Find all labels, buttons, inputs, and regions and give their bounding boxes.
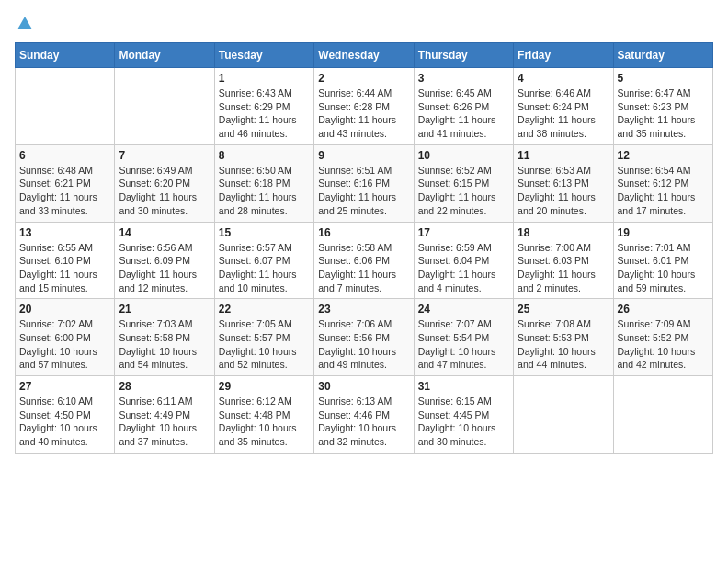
calendar-cell: 2Sunrise: 6:44 AM Sunset: 6:28 PM Daylig… bbox=[314, 68, 414, 145]
day-number: 17 bbox=[418, 226, 509, 239]
calendar-week-2: 6Sunrise: 6:48 AM Sunset: 6:21 PM Daylig… bbox=[16, 144, 713, 222]
calendar-cell: 30Sunrise: 6:13 AM Sunset: 4:46 PM Dayli… bbox=[314, 376, 414, 454]
day-number: 5 bbox=[618, 72, 709, 85]
day-number: 27 bbox=[19, 380, 110, 393]
day-info: Sunrise: 7:08 AM Sunset: 5:53 PM Dayligh… bbox=[518, 317, 609, 372]
calendar-week-3: 13Sunrise: 6:55 AM Sunset: 6:10 PM Dayli… bbox=[16, 222, 713, 299]
calendar-cell: 16Sunrise: 6:58 AM Sunset: 6:06 PM Dayli… bbox=[314, 222, 414, 299]
header-cell-monday: Monday bbox=[115, 43, 214, 68]
calendar-cell: 18Sunrise: 7:00 AM Sunset: 6:03 PM Dayli… bbox=[514, 222, 613, 299]
calendar-cell: 1Sunrise: 6:43 AM Sunset: 6:29 PM Daylig… bbox=[214, 68, 313, 145]
calendar-week-4: 20Sunrise: 7:02 AM Sunset: 6:00 PM Dayli… bbox=[16, 299, 713, 376]
day-info: Sunrise: 6:51 AM Sunset: 6:16 PM Dayligh… bbox=[318, 164, 409, 218]
day-number: 31 bbox=[418, 380, 509, 393]
day-number: 10 bbox=[418, 149, 509, 162]
day-number: 12 bbox=[618, 149, 709, 162]
calendar-cell: 10Sunrise: 6:52 AM Sunset: 6:15 PM Dayli… bbox=[414, 144, 513, 222]
day-info: Sunrise: 7:02 AM Sunset: 6:00 PM Dayligh… bbox=[19, 317, 110, 372]
calendar-cell: 8Sunrise: 6:50 AM Sunset: 6:18 PM Daylig… bbox=[214, 144, 313, 222]
calendar-cell: 25Sunrise: 7:08 AM Sunset: 5:53 PM Dayli… bbox=[514, 299, 613, 376]
day-number: 13 bbox=[19, 226, 110, 239]
day-number: 23 bbox=[318, 303, 409, 316]
calendar-cell: 20Sunrise: 7:02 AM Sunset: 6:00 PM Dayli… bbox=[16, 299, 115, 376]
calendar-cell: 26Sunrise: 7:09 AM Sunset: 5:52 PM Dayli… bbox=[613, 299, 712, 376]
day-number: 8 bbox=[219, 149, 310, 162]
day-number: 1 bbox=[219, 72, 310, 85]
day-info: Sunrise: 6:50 AM Sunset: 6:18 PM Dayligh… bbox=[219, 164, 310, 218]
day-number: 2 bbox=[318, 72, 409, 85]
day-info: Sunrise: 6:57 AM Sunset: 6:07 PM Dayligh… bbox=[219, 241, 310, 295]
header-cell-sunday: Sunday bbox=[16, 43, 115, 68]
calendar-cell: 24Sunrise: 7:07 AM Sunset: 5:54 PM Dayli… bbox=[414, 299, 513, 376]
day-info: Sunrise: 6:15 AM Sunset: 4:45 PM Dayligh… bbox=[418, 395, 509, 449]
header-cell-thursday: Thursday bbox=[414, 43, 513, 68]
day-number: 21 bbox=[119, 303, 210, 316]
day-info: Sunrise: 6:46 AM Sunset: 6:24 PM Dayligh… bbox=[518, 86, 609, 141]
calendar-week-1: 1Sunrise: 6:43 AM Sunset: 6:29 PM Daylig… bbox=[16, 68, 713, 145]
header-cell-tuesday: Tuesday bbox=[214, 43, 313, 68]
day-info: Sunrise: 6:56 AM Sunset: 6:09 PM Dayligh… bbox=[119, 241, 210, 295]
header-cell-saturday: Saturday bbox=[613, 43, 712, 68]
day-number: 22 bbox=[219, 303, 310, 316]
day-number: 6 bbox=[19, 149, 110, 162]
calendar-cell: 12Sunrise: 6:54 AM Sunset: 6:12 PM Dayli… bbox=[613, 144, 712, 222]
calendar-cell: 15Sunrise: 6:57 AM Sunset: 6:07 PM Dayli… bbox=[214, 222, 313, 299]
day-info: Sunrise: 6:59 AM Sunset: 6:04 PM Dayligh… bbox=[418, 241, 509, 295]
calendar-cell: 29Sunrise: 6:12 AM Sunset: 4:48 PM Dayli… bbox=[214, 376, 313, 454]
calendar-week-5: 27Sunrise: 6:10 AM Sunset: 4:50 PM Dayli… bbox=[16, 376, 713, 454]
calendar-cell: 23Sunrise: 7:06 AM Sunset: 5:56 PM Dayli… bbox=[314, 299, 414, 376]
header-row: SundayMondayTuesdayWednesdayThursdayFrid… bbox=[16, 43, 713, 68]
calendar-cell: 4Sunrise: 6:46 AM Sunset: 6:24 PM Daylig… bbox=[514, 68, 613, 145]
day-info: Sunrise: 6:44 AM Sunset: 6:28 PM Dayligh… bbox=[318, 86, 409, 141]
day-info: Sunrise: 6:54 AM Sunset: 6:12 PM Dayligh… bbox=[618, 164, 709, 218]
calendar-cell: 27Sunrise: 6:10 AM Sunset: 4:50 PM Dayli… bbox=[16, 376, 115, 454]
calendar-table: SundayMondayTuesdayWednesdayThursdayFrid… bbox=[15, 42, 713, 454]
day-number: 9 bbox=[318, 149, 409, 162]
day-number: 16 bbox=[318, 226, 409, 239]
calendar-cell: 21Sunrise: 7:03 AM Sunset: 5:58 PM Dayli… bbox=[115, 299, 214, 376]
header-cell-wednesday: Wednesday bbox=[314, 43, 414, 68]
day-info: Sunrise: 6:12 AM Sunset: 4:48 PM Dayligh… bbox=[219, 395, 310, 449]
svg-marker-0 bbox=[17, 17, 32, 29]
calendar-cell: 7Sunrise: 6:49 AM Sunset: 6:20 PM Daylig… bbox=[115, 144, 214, 222]
day-info: Sunrise: 6:10 AM Sunset: 4:50 PM Dayligh… bbox=[19, 395, 110, 449]
day-info: Sunrise: 7:06 AM Sunset: 5:56 PM Dayligh… bbox=[318, 317, 409, 372]
calendar-cell: 28Sunrise: 6:11 AM Sunset: 4:49 PM Dayli… bbox=[115, 376, 214, 454]
day-info: Sunrise: 6:11 AM Sunset: 4:49 PM Dayligh… bbox=[119, 395, 210, 449]
calendar-cell: 13Sunrise: 6:55 AM Sunset: 6:10 PM Dayli… bbox=[16, 222, 115, 299]
calendar-cell: 9Sunrise: 6:51 AM Sunset: 6:16 PM Daylig… bbox=[314, 144, 414, 222]
calendar-cell: 22Sunrise: 7:05 AM Sunset: 5:57 PM Dayli… bbox=[214, 299, 313, 376]
page-header bbox=[15, 15, 713, 31]
day-info: Sunrise: 6:13 AM Sunset: 4:46 PM Dayligh… bbox=[318, 395, 409, 449]
day-number: 11 bbox=[518, 149, 609, 162]
day-info: Sunrise: 6:49 AM Sunset: 6:20 PM Dayligh… bbox=[119, 164, 210, 218]
day-info: Sunrise: 6:52 AM Sunset: 6:15 PM Dayligh… bbox=[418, 164, 509, 218]
day-info: Sunrise: 6:47 AM Sunset: 6:23 PM Dayligh… bbox=[618, 86, 709, 141]
calendar-cell: 14Sunrise: 6:56 AM Sunset: 6:09 PM Dayli… bbox=[115, 222, 214, 299]
calendar-cell: 17Sunrise: 6:59 AM Sunset: 6:04 PM Dayli… bbox=[414, 222, 513, 299]
day-info: Sunrise: 6:48 AM Sunset: 6:21 PM Dayligh… bbox=[19, 164, 110, 218]
header-cell-friday: Friday bbox=[514, 43, 613, 68]
day-info: Sunrise: 7:05 AM Sunset: 5:57 PM Dayligh… bbox=[219, 317, 310, 372]
logo bbox=[15, 15, 33, 31]
calendar-cell: 6Sunrise: 6:48 AM Sunset: 6:21 PM Daylig… bbox=[16, 144, 115, 222]
calendar-cell: 3Sunrise: 6:45 AM Sunset: 6:26 PM Daylig… bbox=[414, 68, 513, 145]
day-number: 7 bbox=[119, 149, 210, 162]
day-info: Sunrise: 6:43 AM Sunset: 6:29 PM Dayligh… bbox=[219, 86, 310, 141]
day-number: 24 bbox=[418, 303, 509, 316]
calendar-cell: 19Sunrise: 7:01 AM Sunset: 6:01 PM Dayli… bbox=[613, 222, 712, 299]
day-number: 26 bbox=[618, 303, 709, 316]
day-info: Sunrise: 7:09 AM Sunset: 5:52 PM Dayligh… bbox=[618, 317, 709, 372]
logo-icon bbox=[17, 15, 33, 31]
day-number: 15 bbox=[219, 226, 310, 239]
day-info: Sunrise: 7:00 AM Sunset: 6:03 PM Dayligh… bbox=[518, 241, 609, 295]
calendar-cell bbox=[115, 68, 214, 145]
calendar-header: SundayMondayTuesdayWednesdayThursdayFrid… bbox=[16, 43, 713, 68]
day-number: 18 bbox=[518, 226, 609, 239]
day-number: 14 bbox=[119, 226, 210, 239]
day-info: Sunrise: 6:58 AM Sunset: 6:06 PM Dayligh… bbox=[318, 241, 409, 295]
day-number: 20 bbox=[19, 303, 110, 316]
day-info: Sunrise: 6:45 AM Sunset: 6:26 PM Dayligh… bbox=[418, 86, 509, 141]
calendar-cell: 5Sunrise: 6:47 AM Sunset: 6:23 PM Daylig… bbox=[613, 68, 712, 145]
calendar-body: 1Sunrise: 6:43 AM Sunset: 6:29 PM Daylig… bbox=[16, 68, 713, 454]
